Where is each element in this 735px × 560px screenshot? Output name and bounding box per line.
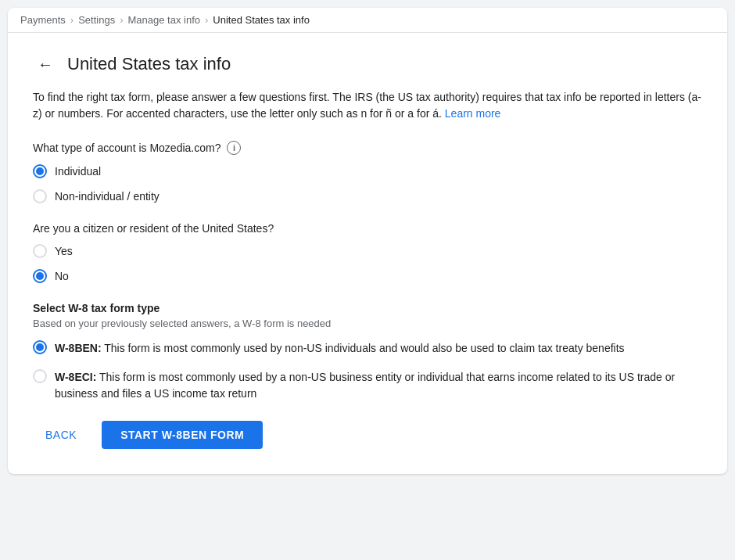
w8eci-radio[interactable] [33,369,47,383]
account-type-question: What type of account is Mozedia.com? i [33,141,702,155]
w8ben-radio[interactable] [33,340,47,354]
page-title: United States tax info [67,54,231,74]
yes-radio[interactable] [33,244,47,258]
buttons-row: BACK START W-8BEN FORM [33,421,702,449]
non-individual-radio[interactable] [33,189,47,203]
intro-paragraph: To find the right tax form, please answe… [33,89,702,122]
breadcrumb-sep-1: › [70,14,74,26]
w8ben-desc-text: This form is most commonly used by non-U… [104,342,624,354]
citizen-question: Are you a citizen or resident of the Uni… [33,222,702,235]
no-option[interactable]: No [33,269,702,283]
breadcrumb-payments[interactable]: Payments [20,14,66,26]
w8eci-text: W-8ECI: This form is most commonly used … [55,369,702,402]
non-individual-label: Non-individual / entity [55,190,160,203]
w8-section: Select W-8 tax form type Based on your p… [33,302,702,402]
account-type-question-text: What type of account is Mozedia.com? [33,142,220,154]
no-label: No [55,270,69,282]
learn-more-link[interactable]: Learn more [445,107,501,120]
yes-option[interactable]: Yes [33,244,702,258]
breadcrumb: Payments › Settings › Manage tax info › … [8,8,727,33]
w8-subtitle: Based on your previously selected answer… [33,318,702,329]
w8ben-label: W-8BEN: [55,342,102,354]
w8-title: Select W-8 tax form type [33,302,702,314]
citizen-resident-section: Are you a citizen or resident of the Uni… [33,222,702,283]
w8ben-text: W-8BEN: This form is most commonly used … [55,340,625,357]
w8ben-option[interactable]: W-8BEN: This form is most commonly used … [33,340,702,357]
individual-radio[interactable] [33,164,47,178]
yes-label: Yes [55,245,73,257]
account-type-info-icon[interactable]: i [227,141,241,155]
page-header: ← United States tax info [33,52,702,77]
non-individual-option[interactable]: Non-individual / entity [33,189,702,203]
start-w8ben-button[interactable]: START W-8BEN FORM [102,421,263,449]
w8eci-label: W-8ECI: [55,371,96,383]
individual-option[interactable]: Individual [33,164,702,178]
intro-text-content: To find the right tax form, please answe… [33,91,701,120]
breadcrumb-sep-2: › [120,14,123,26]
individual-label: Individual [55,165,101,178]
breadcrumb-settings[interactable]: Settings [78,14,115,26]
breadcrumb-sep-3: › [205,14,208,26]
no-radio[interactable] [33,269,47,283]
citizen-question-text: Are you a citizen or resident of the Uni… [33,222,274,235]
w8eci-option[interactable]: W-8ECI: This form is most commonly used … [33,369,702,402]
back-arrow-button[interactable]: ← [33,52,58,77]
breadcrumb-current: United States tax info [213,14,310,26]
back-button[interactable]: BACK [33,422,89,447]
account-type-section: What type of account is Mozedia.com? i I… [33,141,702,203]
breadcrumb-manage-tax[interactable]: Manage tax info [127,14,200,26]
w8eci-desc-text: This form is most commonly used by a non… [55,371,675,400]
